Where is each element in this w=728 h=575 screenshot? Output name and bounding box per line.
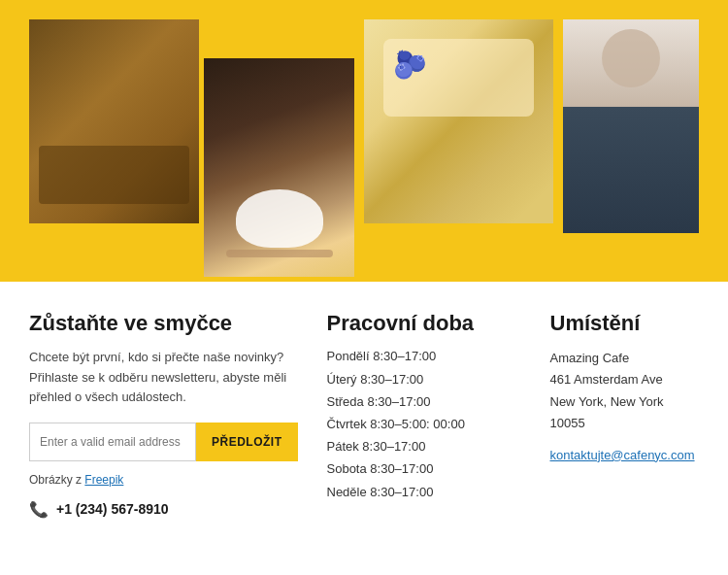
newsletter-column: Zůstaňte ve smyčce Chcete být první, kdo… xyxy=(29,311,327,519)
email-form[interactable]: PŘEDLOŽIT xyxy=(29,423,298,461)
freepik-credit: Obrázky z Freepik xyxy=(29,473,298,487)
hours-column: Pracovní doba Pondělí 8:30–17:00Úterý 8:… xyxy=(327,311,550,506)
location-email[interactable]: kontaktujte@cafenyc.com xyxy=(550,448,695,462)
photo-cake xyxy=(364,19,553,223)
hours-item: Úterý 8:30–17:00 xyxy=(327,371,521,389)
bottom-section: Zůstaňte ve smyčce Chcete být první, kdo… xyxy=(0,282,728,538)
gallery-inner xyxy=(0,0,728,282)
hours-title: Pracovní doba xyxy=(327,311,521,336)
freepik-link[interactable]: Freepik xyxy=(84,473,123,487)
photo-bread xyxy=(29,19,199,223)
location-address: Amazing Cafe 461 Amsterdam Ave New York,… xyxy=(550,348,700,433)
location-address-line1: 461 Amsterdam Ave xyxy=(550,372,663,387)
gallery-section xyxy=(0,0,728,282)
hours-item: Čtvrtek 8:30–5:00: 00:00 xyxy=(327,416,521,433)
location-name: Amazing Cafe xyxy=(550,351,630,365)
hours-item: Neděle 8:30–17:00 xyxy=(327,484,521,501)
location-address-line2: New York, New York 10055 xyxy=(550,394,664,430)
submit-button[interactable]: PŘEDLOŽIT xyxy=(196,423,298,461)
phone-number: +1 (234) 567-8910 xyxy=(56,501,169,517)
hours-item: Pátek 8:30–17:00 xyxy=(327,438,521,456)
email-input[interactable] xyxy=(29,423,196,461)
hours-item: Sobota 8:30–17:00 xyxy=(327,460,521,478)
hours-item: Středa 8:30–17:00 xyxy=(327,393,521,411)
phone-line: 📞 +1 (234) 567-8910 xyxy=(29,500,298,519)
newsletter-description: Chcete být první, kdo si přečte naše nov… xyxy=(29,348,298,406)
phone-icon: 📞 xyxy=(29,500,49,519)
newsletter-title: Zůstaňte ve smyčce xyxy=(29,311,298,336)
hours-list: Pondělí 8:30–17:00Úterý 8:30–17:00Středa… xyxy=(327,348,521,500)
location-column: Umístění Amazing Cafe 461 Amsterdam Ave … xyxy=(550,311,700,463)
location-title: Umístění xyxy=(550,311,700,336)
hours-item: Pondělí 8:30–17:00 xyxy=(327,348,521,365)
photo-chef xyxy=(563,19,699,233)
photo-coffee xyxy=(204,58,354,277)
